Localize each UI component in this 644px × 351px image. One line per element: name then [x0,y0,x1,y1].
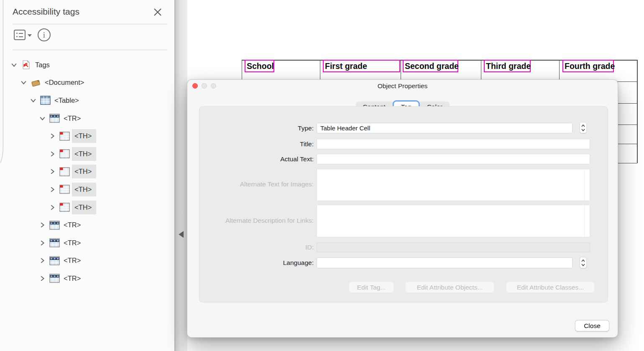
window-zoom-traffic-light[interactable] [211,83,216,89]
header-cell-text: Fourth grade [563,61,613,72]
tree-item-label: <TH> [72,183,96,196]
id-label: ID: [199,244,314,251]
tree-item-label: <TR> [64,275,81,282]
chevron-collapsed-icon[interactable] [39,275,46,282]
actual-text-label: Actual Text: [199,155,314,163]
panel-resize-divider[interactable] [175,0,187,351]
tree-item-tr[interactable]: <TR> [0,234,175,252]
table-header-cell-icon [59,167,70,176]
panel-header: Accessibility tags [0,0,174,24]
tree-item-label: <TR> [64,221,81,229]
tree-item-tr[interactable]: <TR> [0,270,175,287]
tree-item-label: <Document> [45,79,84,86]
tree-item-label: <TR> [64,257,81,265]
type-stepper[interactable] [580,122,587,133]
header-cell-text: First grade [324,61,399,72]
chevron-collapsed-icon[interactable] [49,132,56,140]
tree-item-th[interactable]: <TH> [0,163,175,181]
chevron-collapsed-icon[interactable] [49,186,56,193]
table-row-icon [49,274,60,283]
actual-text-field[interactable] [317,154,590,164]
header-cell-text: School [245,61,273,72]
table-row-icon [49,256,60,265]
window-close-traffic-light[interactable] [192,83,198,89]
chevron-expanded-icon[interactable] [20,79,27,86]
table-vline [559,60,560,82]
close-icon[interactable] [153,7,163,17]
chevron-collapsed-icon[interactable] [39,257,46,264]
info-icon[interactable]: i [38,28,51,41]
tree-item-label: <TR> [64,239,81,247]
chevron-expanded-icon[interactable] [30,97,37,104]
tree-item-th[interactable]: <TH> [0,145,175,163]
tagged-header-cell-fourth-grade[interactable]: Fourth grade [562,60,614,72]
table-header-cell-icon [59,185,70,194]
tree-item-label: <TH> [72,147,96,161]
type-field[interactable] [317,123,572,133]
scrollbar-gutter [584,205,585,237]
tree-item-tags[interactable]: Tags [0,56,175,74]
object-properties-dialog: Object Properties Content Tag Color Type… [187,79,618,338]
chevron-collapsed-icon[interactable] [49,168,56,175]
id-field [317,242,590,252]
tree-item-tr[interactable]: <TR> [0,109,175,127]
close-button[interactable]: Close [575,320,609,331]
tree-item-th[interactable]: <TH> [0,181,175,198]
divider-line [13,50,167,50]
tree-item-tr[interactable]: <TR> [0,216,175,234]
chevron-down-icon[interactable] [28,34,32,37]
tree-item-label: <TH> [72,129,96,143]
edit-tag-button: Edit Tag... [349,282,394,293]
language-stepper[interactable] [580,257,587,268]
tree-item-label: <TR> [64,114,81,122]
table-right-border [637,60,638,163]
acrobat-window: School First grade Second grade Third gr… [0,0,644,351]
table-header-cell-icon [59,132,70,141]
tree-item-th[interactable]: <TH> [0,127,175,145]
tagged-header-cell-first-grade[interactable]: First grade [323,60,400,72]
tagged-header-cell-third-grade[interactable]: Third grade [484,60,531,72]
collapse-panel-icon[interactable] [179,231,184,238]
chevron-collapsed-icon[interactable] [49,150,56,158]
tree-item-label: <Table> [54,97,79,104]
table-header-cell-icon [59,149,70,158]
tag-form-panel: Type: Title: Actual Text: Alternate Text… [199,106,608,303]
tree-item-label: <TH> [72,201,96,214]
language-label: Language: [199,259,314,267]
table-header-cell-icon [59,203,70,212]
chevron-expanded-icon[interactable] [39,115,46,122]
panel-toolbar: i [0,24,175,50]
language-field[interactable] [317,257,572,268]
chevron-collapsed-icon[interactable] [49,204,56,211]
table-vline [481,60,481,82]
table-icon [40,96,51,105]
tagged-header-cell-school[interactable]: School [245,60,274,72]
tree-item-label: <TH> [72,165,96,178]
title-field[interactable] [317,139,590,149]
dialog-titlebar[interactable]: Object Properties [187,80,618,92]
tagged-header-cell-second-grade[interactable]: Second grade [403,60,458,72]
chevron-collapsed-icon[interactable] [39,239,46,247]
table-row-icon [49,238,60,247]
chevron-expanded-icon[interactable] [10,61,18,69]
panel-title: Accessibility tags [13,7,79,17]
tree-item-document[interactable]: <Document> [0,74,175,92]
header-cell-text: Third grade [485,61,530,72]
tag-options-icon[interactable] [14,30,26,40]
dialog-title: Object Properties [187,80,618,92]
edit-attribute-classes-button: Edit Attribute Classes... [506,282,595,293]
window-minimize-traffic-light[interactable] [202,83,207,89]
table-row-icon [49,114,60,123]
alt-text-images-field[interactable] [317,169,590,201]
tree-item-th[interactable]: <TH> [0,198,175,216]
alt-desc-links-field[interactable] [317,205,590,237]
alt-desc-links-label: Alternate Description for Links: [199,217,314,224]
tree-item-tr[interactable]: <TR> [0,252,175,270]
table-row-icon [49,221,60,230]
tree-item-table[interactable]: <Table> [0,92,175,109]
title-label: Title: [199,140,314,148]
tags-tree: Tags <Document> [0,56,175,287]
pdf-tags-icon [21,60,31,69]
tree-item-label: Tags [35,61,50,69]
chevron-collapsed-icon[interactable] [39,221,46,229]
